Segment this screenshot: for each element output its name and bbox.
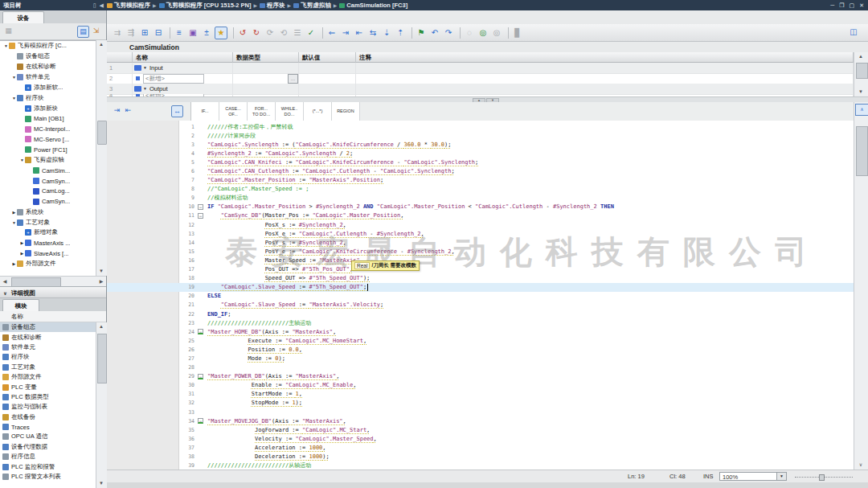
pin-panel-icon[interactable]: ▯ bbox=[93, 2, 96, 9]
tree-item[interactable]: CamSim... bbox=[0, 166, 106, 176]
tree-item[interactable]: 在线和诊断 bbox=[0, 62, 106, 72]
slider-thumb[interactable] bbox=[819, 474, 825, 481]
code-line[interactable]: 5"CamLogic".CAN_Knifeci := "CamLogic".Kn… bbox=[107, 158, 854, 166]
code-line[interactable]: 26 Position := 0.0, bbox=[107, 345, 854, 354]
fold-collapse-icon[interactable]: − bbox=[198, 329, 203, 334]
column-header[interactable]: 注释 bbox=[356, 52, 854, 63]
scroll-up-icon[interactable]: ▲ bbox=[856, 52, 866, 61]
interface-row[interactable]: 2<新增>… bbox=[107, 73, 854, 84]
scroll-down-icon[interactable]: ∨ bbox=[856, 461, 866, 470]
code-line[interactable]: 33 bbox=[107, 408, 854, 416]
expander-closed-icon[interactable]: ▶ bbox=[19, 240, 25, 245]
interface-row[interactable]: 1▼Input bbox=[107, 63, 854, 74]
code-line[interactable]: 2//////计算同步段 bbox=[107, 131, 854, 140]
comment-cell[interactable] bbox=[356, 63, 854, 73]
tree-item[interactable]: ▶MasterAxis ... bbox=[0, 238, 106, 248]
breadcrumb-item[interactable]: 程序块 bbox=[260, 2, 285, 10]
code-line[interactable]: 17 Pos_OUT => #"5Th_Pos_OUT", bbox=[107, 265, 854, 274]
tree-item[interactable]: +新增对象 bbox=[0, 228, 106, 238]
code-line[interactable]: 6"CamLogic".CAN_Cutlength := "CamLogic".… bbox=[107, 166, 854, 175]
expander-open-icon[interactable]: ▼ bbox=[143, 63, 149, 73]
code-line[interactable]: 10−IF "CamLogic".Master_Position > #Sync… bbox=[107, 203, 854, 211]
detail-view-header[interactable]: ∨ 详细视图 bbox=[0, 286, 106, 298]
tree-item[interactable]: ▼软件单元 bbox=[0, 72, 106, 83]
code-line[interactable]: 13 PosX_e := "CamLogic".Cutlength - #Syn… bbox=[107, 229, 854, 238]
detail-list-item[interactable]: 工艺对象 bbox=[0, 363, 96, 372]
expand-all-icon[interactable]: ⇣ bbox=[381, 27, 392, 39]
monitor-on-icon[interactable]: ◎ bbox=[477, 27, 489, 39]
goto-definition-icon[interactable]: ⇥ bbox=[340, 27, 351, 39]
code-line[interactable]: 30 Enable := "CamLogic".MC_Enable, bbox=[107, 381, 854, 390]
snippet-for-button[interactable]: FOR...TO DO... bbox=[248, 102, 276, 121]
code-line[interactable]: 9//模拟材料运动 bbox=[107, 194, 854, 203]
expander-closed-icon[interactable]: ▶ bbox=[11, 210, 17, 215]
search-icon[interactable]: ◌ bbox=[464, 27, 475, 39]
sort-icon[interactable]: ⇲ bbox=[91, 26, 101, 36]
new-variable-field[interactable]: <新增> bbox=[143, 74, 204, 84]
code-line[interactable]: 29−"Master_POWER_DB"(Axis := "MasterAxis… bbox=[107, 372, 854, 381]
detail-list-item[interactable]: OPC UA 通信 bbox=[0, 432, 96, 441]
refresh-icon[interactable]: ⟳ bbox=[264, 27, 276, 39]
snippet-comment-button[interactable]: (*...*) bbox=[304, 102, 332, 121]
code-line[interactable]: 11− "CamSync_DB"(Master_Pos := "CamLogic… bbox=[107, 211, 854, 220]
monitor-off-icon[interactable]: ◎ bbox=[491, 27, 502, 39]
scroll-down-icon[interactable]: ▼ bbox=[96, 479, 106, 488]
project-tree-horizontal-scrollbar[interactable]: ◀ ▶ bbox=[0, 276, 106, 287]
tree-item[interactable]: 设备组态 bbox=[0, 51, 106, 62]
breadcrumb-item[interactable]: CamSimulation [FC3] bbox=[339, 2, 407, 9]
scroll-down-icon[interactable]: ▼ bbox=[856, 88, 866, 96]
code-editor[interactable]: 1//////作者:工控倔牛，严禁转载2//////计算同步段3"CamLogi… bbox=[107, 121, 854, 470]
tab-modules[interactable]: 模块 bbox=[2, 299, 39, 312]
code-line[interactable]: 21 "CamLogic".Slave_Speed := "MasterAxis… bbox=[107, 301, 854, 310]
breadcrumb-item[interactable]: 飞剪模拟程序 bbox=[107, 2, 150, 10]
tree-item[interactable]: Main [OB1] bbox=[0, 113, 106, 124]
default-value-cell[interactable] bbox=[299, 63, 356, 73]
snippet-while-button[interactable]: WHILE..DO... bbox=[276, 102, 304, 121]
expander-open-icon[interactable]: ▼ bbox=[11, 75, 17, 80]
tree-item[interactable]: CamSyn... bbox=[0, 176, 106, 187]
detail-list-item[interactable]: PLC 报警文本列表 bbox=[0, 472, 96, 482]
tree-item[interactable]: ▶系统块 bbox=[0, 207, 106, 217]
start-monitoring-icon[interactable]: ⚑ bbox=[416, 27, 427, 39]
close-button[interactable]: ✕ bbox=[859, 2, 864, 9]
collapse-all-icon[interactable]: ⇡ bbox=[395, 27, 406, 39]
indent-icon[interactable]: ⇤ bbox=[123, 105, 133, 116]
fold-collapse-icon[interactable]: − bbox=[198, 204, 203, 210]
detail-list-item[interactable]: PLC 监控和报警 bbox=[0, 461, 96, 471]
code-line[interactable]: 24−"Master_HOME_DB"(Axis := "MasterAxis"… bbox=[107, 327, 854, 336]
datatype-combo-button[interactable]: … bbox=[288, 74, 298, 84]
expander-closed-icon[interactable]: ▶ bbox=[11, 261, 17, 266]
snippet-region-button[interactable]: REGION bbox=[332, 102, 360, 121]
goto-prev-icon[interactable]: ⇐ bbox=[326, 27, 338, 39]
tree-item[interactable]: MC-Interpol... bbox=[0, 124, 106, 134]
default-value-cell[interactable] bbox=[299, 73, 356, 84]
tree-item[interactable]: ▼飞剪模拟程序 [C... bbox=[0, 41, 106, 51]
add-favorite-icon[interactable]: ± bbox=[201, 27, 212, 39]
detail-list-item[interactable]: 监控与强制表 bbox=[0, 402, 96, 412]
format-source-icon[interactable]: ☰ bbox=[292, 27, 303, 39]
code-line[interactable]: 8//"CamLogic".Master_Speed := ; bbox=[107, 185, 854, 194]
tab-devices[interactable]: 设备 bbox=[2, 11, 44, 24]
tree-item[interactable]: +添加新软... bbox=[0, 83, 106, 93]
scrollbar-thumb[interactable] bbox=[97, 121, 107, 145]
fold-collapse-icon[interactable]: − bbox=[198, 374, 203, 379]
absolute-opening-icon[interactable]: ≡ bbox=[174, 27, 185, 39]
snippets-icon[interactable]: ▣ bbox=[187, 27, 199, 39]
fold-collapse-icon[interactable]: − bbox=[198, 213, 203, 219]
detail-list-item[interactable]: 在线和诊断 bbox=[0, 332, 96, 342]
tree-item[interactable]: ▼工艺对象 bbox=[0, 217, 106, 228]
code-line[interactable]: 3"CamLogic".Synclength := ("CamLogic".Kn… bbox=[107, 140, 854, 149]
code-line[interactable]: 32 StopMode := 1); bbox=[107, 399, 854, 408]
breadcrumb-item[interactable]: 飞剪模拟程序 [CPU 1515-2 PN] bbox=[159, 2, 252, 10]
download-icon[interactable]: ↶ bbox=[429, 27, 440, 39]
detail-list-item[interactable]: 程序块 bbox=[0, 352, 96, 362]
detail-list-item[interactable]: PLC 变量 bbox=[0, 382, 96, 392]
default-value-cell[interactable] bbox=[299, 84, 356, 94]
code-line[interactable]: 19 "CamLogic".Slave_Speed := #"5Th_Speed… bbox=[107, 283, 854, 292]
update-block-icon[interactable]: ⟲ bbox=[278, 27, 289, 39]
collapse-panel-icon[interactable]: ◀ bbox=[100, 2, 104, 9]
column-header[interactable]: 默认值 bbox=[299, 52, 356, 63]
tree-item[interactable]: Power [FC1] bbox=[0, 145, 106, 155]
upload-icon[interactable]: ↷ bbox=[443, 27, 454, 39]
favorites-icon[interactable]: ★ bbox=[215, 27, 227, 39]
